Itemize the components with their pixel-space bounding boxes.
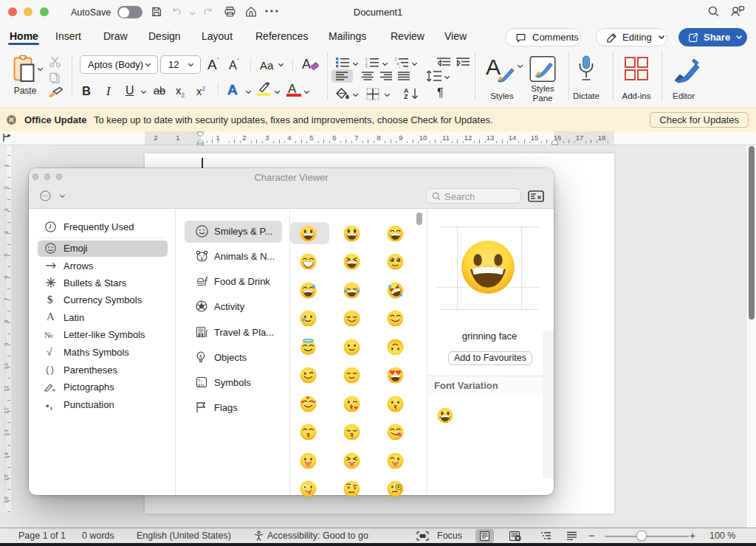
svg-text:3: 3 xyxy=(365,65,368,69)
svg-text:&%: &% xyxy=(198,382,205,387)
svg-text:i: i xyxy=(399,65,400,69)
